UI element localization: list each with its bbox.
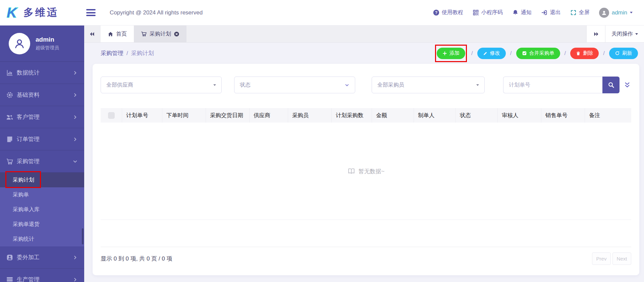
filter-expand-toggle[interactable]: [624, 81, 631, 89]
delete-button-label: 删除: [583, 50, 593, 56]
buyer-select[interactable]: 全部采购员: [372, 77, 485, 93]
toolbar-separator: /: [510, 50, 512, 57]
sidebar-user-name: admin: [36, 36, 59, 43]
sidebar-item-purchasing[interactable]: 采购管理: [0, 150, 84, 173]
column-header: 采购员: [288, 108, 332, 123]
tab-bar-right: 关闭操作: [586, 26, 644, 42]
sidebar-scrollbar[interactable]: [82, 228, 84, 244]
logout-icon: [541, 9, 548, 16]
sidebar-submenu-item-purchase-stats[interactable]: 采购统计: [0, 232, 84, 246]
check-square-icon: [522, 51, 527, 56]
column-header: 计划单号: [122, 108, 162, 123]
status-select[interactable]: 状态: [234, 77, 355, 93]
tab-close-icon[interactable]: [174, 31, 179, 37]
sidebar-submenu-item-purchase-order[interactable]: 采购单: [0, 187, 84, 202]
close-operations-dropdown[interactable]: 关闭操作: [605, 26, 644, 42]
logout-label: 退出: [550, 9, 561, 16]
sidebar-submenu-item-purchase-plan[interactable]: 采购计划: [0, 173, 84, 187]
logout-link[interactable]: 退出: [541, 9, 561, 16]
miniprogram-label: 小程序码: [481, 9, 503, 16]
edit-button[interactable]: 修改: [477, 48, 506, 59]
caret-down-icon: [630, 12, 633, 13]
breadcrumb-parent[interactable]: 采购管理: [101, 49, 123, 57]
search-group: [503, 77, 620, 93]
chevron-down-icon: [344, 83, 350, 88]
breadcrumb: 采购管理 / 采购计划: [101, 49, 154, 57]
sidebar-submenu-purchasing: 采购计划 采购单 采购单入库 采购单退货 采购统计: [0, 173, 84, 246]
search-icon: [607, 81, 615, 89]
refresh-button-label: 刷新: [622, 50, 632, 56]
column-header: 状态: [456, 108, 498, 123]
add-button[interactable]: 添加: [437, 48, 465, 59]
sidebar-item-outsourcing[interactable]: 委外加工: [0, 246, 84, 269]
sidebar-submenu-item-purchase-inbound[interactable]: 采购单入库: [0, 202, 84, 217]
tab-home[interactable]: 首页: [101, 26, 134, 42]
tab-purchase-plan[interactable]: 采购计划: [134, 26, 186, 42]
sidebar-item-label: 客户管理: [17, 113, 40, 121]
next-page-button[interactable]: Next: [612, 252, 631, 265]
double-chevron-left-icon: [89, 31, 96, 37]
sidebar-item-customers[interactable]: 客户管理: [0, 106, 84, 128]
add-button-label: 添加: [449, 50, 460, 56]
buyer-select-value: 全部采购员: [377, 82, 404, 89]
empty-state: 暂无数据~: [347, 167, 385, 175]
gear-icon: [6, 91, 13, 99]
qrcode-icon: [473, 9, 479, 16]
miniprogram-link[interactable]: 小程序码: [473, 9, 503, 16]
plus-icon: [442, 51, 447, 56]
breadcrumb-current: 采购计划: [131, 49, 154, 57]
svg-text:?: ?: [435, 10, 437, 15]
help-link[interactable]: ? 使用教程: [433, 9, 463, 16]
refresh-button[interactable]: 刷新: [609, 48, 638, 59]
supplier-select[interactable]: 全部供应商: [101, 77, 222, 93]
sidebar-submenu-item-purchase-return[interactable]: 采购单退货: [0, 217, 84, 232]
prev-page-button[interactable]: Prev: [592, 252, 611, 265]
chevron-down-icon: [73, 159, 77, 164]
chevron-right-icon: [73, 93, 77, 97]
home-icon: [108, 31, 113, 37]
sidebar-item-label: 订单管理: [17, 135, 40, 143]
person-badge-icon: [6, 254, 13, 261]
help-label: 使用教程: [442, 9, 463, 16]
select-all-checkbox[interactable]: [108, 112, 115, 119]
sidebar-item-production[interactable]: 生产管理: [0, 269, 84, 282]
table-header-row: 计划单号 下单时间 采购交货日期 供应商 采购员 计划采购数 金额 制单人 状态…: [101, 108, 631, 123]
column-header: 制单人: [414, 108, 456, 123]
toolbar-separator: /: [565, 50, 566, 57]
sidebar-item-label: 采购管理: [17, 157, 40, 165]
submenu-item-label: 采购单退货: [13, 221, 40, 228]
chevron-right-icon: [73, 137, 77, 142]
sidebar-item-data-stats[interactable]: 数据统计: [0, 62, 84, 84]
notice-label: 通知: [521, 9, 532, 16]
fullscreen-link[interactable]: 全屏: [570, 9, 590, 16]
table-card: 全部供应商 状态 全部采购员: [93, 64, 639, 275]
merge-purchase-button[interactable]: 合并采购单: [516, 48, 560, 59]
delete-button[interactable]: 删除: [570, 48, 599, 59]
notice-link[interactable]: 通知: [512, 9, 532, 16]
sidebar-item-base-data[interactable]: 基础资料: [0, 84, 84, 106]
close-operations-label: 关闭操作: [611, 31, 633, 38]
user-menu[interactable]: admin: [599, 8, 633, 18]
tab-label: 采购计划: [150, 31, 171, 38]
user-name: admin: [612, 9, 627, 16]
cart-icon: [141, 31, 147, 37]
tabs-scroll-left-button[interactable]: [84, 26, 101, 42]
column-header: 金额: [372, 108, 414, 123]
chevron-right-icon: [73, 277, 77, 282]
sidebar-item-orders[interactable]: 订单管理: [0, 128, 84, 150]
user-avatar: [599, 8, 609, 18]
tabs-scroll-right-button[interactable]: [587, 26, 605, 42]
pencil-icon: [483, 51, 488, 56]
chevron-right-icon: [73, 255, 77, 260]
table-body: 暂无数据~: [101, 123, 631, 220]
toolbar-separator: /: [471, 50, 473, 57]
column-header: 销售单号: [541, 108, 585, 123]
sidebar-item-label: 数据统计: [17, 69, 40, 77]
search-button[interactable]: [602, 77, 620, 93]
svg-text:K: K: [7, 6, 18, 20]
double-chevron-down-icon: [624, 81, 631, 89]
caret-down-icon: [213, 84, 216, 86]
tab-label: 首页: [116, 31, 127, 38]
plan-number-input[interactable]: [503, 77, 602, 93]
menu-toggle-button[interactable]: [86, 8, 96, 18]
